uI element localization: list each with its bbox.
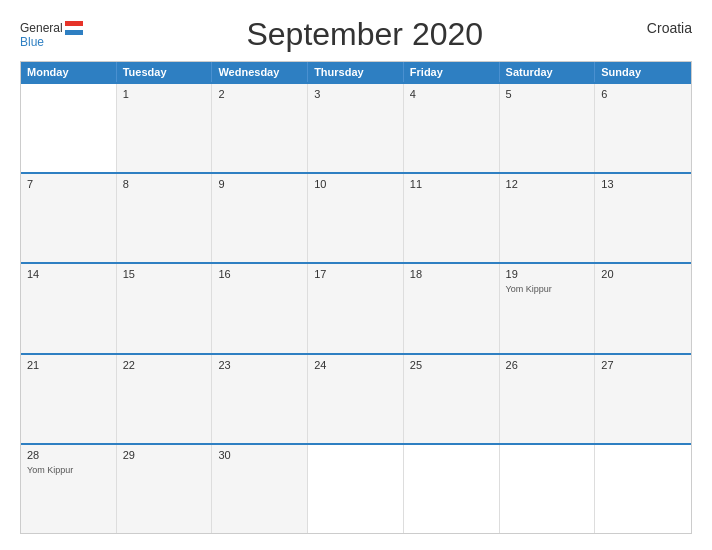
week-row-3: 141516171819Yom Kippur20 (21, 262, 691, 352)
cell-w4-d2: 22 (117, 355, 213, 443)
day-number: 20 (601, 268, 685, 280)
day-number: 12 (506, 178, 589, 190)
day-number: 18 (410, 268, 493, 280)
cell-w2-d7: 13 (595, 174, 691, 262)
svg-rect-2 (65, 30, 83, 35)
country-label: Croatia (647, 16, 692, 36)
svg-rect-0 (65, 21, 83, 26)
cell-w2-d5: 11 (404, 174, 500, 262)
day-number: 15 (123, 268, 206, 280)
day-number: 19 (506, 268, 589, 280)
header-monday: Monday (21, 62, 117, 82)
calendar-header: Monday Tuesday Wednesday Thursday Friday… (21, 62, 691, 82)
logo-general-text: General (20, 21, 63, 35)
day-number: 29 (123, 449, 206, 461)
cell-w4-d3: 23 (212, 355, 308, 443)
cell-w3-d2: 15 (117, 264, 213, 352)
cell-w1-d4: 3 (308, 84, 404, 172)
header-thursday: Thursday (308, 62, 404, 82)
day-number: 7 (27, 178, 110, 190)
cell-w2-d2: 8 (117, 174, 213, 262)
header-sunday: Sunday (595, 62, 691, 82)
day-number: 14 (27, 268, 110, 280)
cell-w1-d2: 1 (117, 84, 213, 172)
header-tuesday: Tuesday (117, 62, 213, 82)
cell-w5-d2: 29 (117, 445, 213, 533)
day-number: 23 (218, 359, 301, 371)
week-row-4: 21222324252627 (21, 353, 691, 443)
day-number: 28 (27, 449, 110, 461)
cell-w1-d1 (21, 84, 117, 172)
day-number: 5 (506, 88, 589, 100)
svg-rect-1 (65, 26, 83, 30)
cell-w1-d3: 2 (212, 84, 308, 172)
logo-blue-text: Blue (20, 35, 44, 49)
cell-w2-d4: 10 (308, 174, 404, 262)
cell-w5-d6 (500, 445, 596, 533)
day-number: 1 (123, 88, 206, 100)
cell-w4-d4: 24 (308, 355, 404, 443)
cell-w3-d5: 18 (404, 264, 500, 352)
cell-w1-d7: 6 (595, 84, 691, 172)
day-number: 26 (506, 359, 589, 371)
cell-w5-d5 (404, 445, 500, 533)
day-number: 30 (218, 449, 301, 461)
week-row-5: 28Yom Kippur2930 (21, 443, 691, 533)
header-wednesday: Wednesday (212, 62, 308, 82)
day-number: 6 (601, 88, 685, 100)
header-friday: Friday (404, 62, 500, 82)
header: General Blue September 2020 Croatia (20, 16, 692, 53)
cell-w5-d7 (595, 445, 691, 533)
cell-w4-d6: 26 (500, 355, 596, 443)
calendar: Monday Tuesday Wednesday Thursday Friday… (20, 61, 692, 534)
cell-w3-d7: 20 (595, 264, 691, 352)
day-number: 11 (410, 178, 493, 190)
day-number: 10 (314, 178, 397, 190)
cell-w3-d4: 17 (308, 264, 404, 352)
cell-w4-d1: 21 (21, 355, 117, 443)
day-number: 22 (123, 359, 206, 371)
cell-w1-d6: 5 (500, 84, 596, 172)
calendar-title: September 2020 (83, 16, 647, 53)
day-number: 2 (218, 88, 301, 100)
page: General Blue September 2020 Croatia Mond… (0, 0, 712, 550)
calendar-body: 12345678910111213141516171819Yom Kippur2… (21, 82, 691, 533)
day-number: 25 (410, 359, 493, 371)
cell-w4-d7: 27 (595, 355, 691, 443)
day-number: 4 (410, 88, 493, 100)
cell-w5-d3: 30 (212, 445, 308, 533)
day-number: 17 (314, 268, 397, 280)
day-number: 13 (601, 178, 685, 190)
cell-w2-d3: 9 (212, 174, 308, 262)
day-number: 16 (218, 268, 301, 280)
logo: General Blue (20, 21, 83, 49)
cell-w3-d1: 14 (21, 264, 117, 352)
cell-w5-d1: 28Yom Kippur (21, 445, 117, 533)
cell-w2-d1: 7 (21, 174, 117, 262)
day-number: 21 (27, 359, 110, 371)
cell-w4-d5: 25 (404, 355, 500, 443)
logo-flag-icon (65, 21, 83, 35)
week-row-2: 78910111213 (21, 172, 691, 262)
cell-w3-d3: 16 (212, 264, 308, 352)
day-number: 3 (314, 88, 397, 100)
day-event: Yom Kippur (506, 284, 589, 294)
cell-w3-d6: 19Yom Kippur (500, 264, 596, 352)
cell-w2-d6: 12 (500, 174, 596, 262)
day-number: 9 (218, 178, 301, 190)
day-number: 27 (601, 359, 685, 371)
header-saturday: Saturday (500, 62, 596, 82)
cell-w5-d4 (308, 445, 404, 533)
day-number: 24 (314, 359, 397, 371)
day-number: 8 (123, 178, 206, 190)
week-row-1: 123456 (21, 82, 691, 172)
day-event: Yom Kippur (27, 465, 110, 475)
cell-w1-d5: 4 (404, 84, 500, 172)
